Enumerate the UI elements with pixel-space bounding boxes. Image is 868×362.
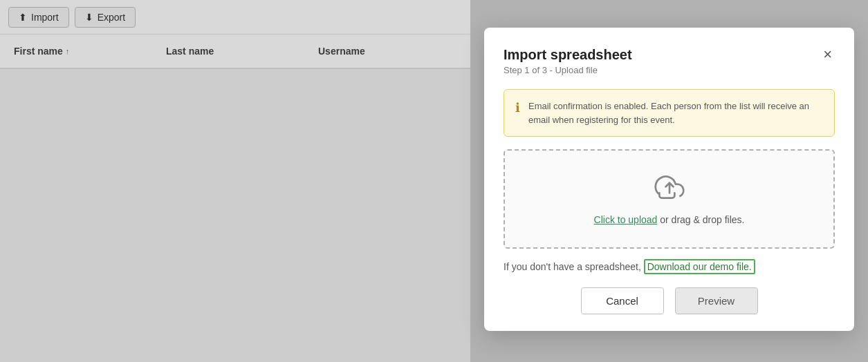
modal-title-group: Import spreadsheet Step 1 of 3 - Upload … [504, 47, 632, 75]
demo-download-link[interactable]: Download our demo file. [644, 259, 755, 274]
upload-text: Click to upload or drag & drop files. [594, 214, 745, 225]
close-button[interactable]: × [820, 47, 835, 62]
upload-area[interactable]: Click to upload or drag & drop files. [504, 149, 835, 249]
modal-title: Import spreadsheet [504, 47, 632, 63]
cancel-button[interactable]: Cancel [581, 287, 664, 314]
cloud-upload-icon [654, 173, 685, 206]
info-icon: ℹ [515, 100, 520, 115]
modal-header: Import spreadsheet Step 1 of 3 - Upload … [504, 47, 835, 75]
import-modal: Import spreadsheet Step 1 of 3 - Upload … [484, 28, 854, 331]
modal-footer: Cancel Preview [504, 287, 835, 314]
alert-box: ℹ Email confirmation is enabled. Each pe… [504, 89, 835, 137]
modal-subtitle: Step 1 of 3 - Upload file [504, 65, 632, 75]
click-to-upload-link[interactable]: Click to upload [594, 214, 658, 225]
preview-button[interactable]: Preview [675, 287, 758, 314]
demo-prefix: If you don't have a spreadsheet, [504, 261, 644, 272]
demo-line: If you don't have a spreadsheet, Downloa… [504, 261, 835, 272]
alert-text: Email confirmation is enabled. Each pers… [528, 99, 823, 126]
